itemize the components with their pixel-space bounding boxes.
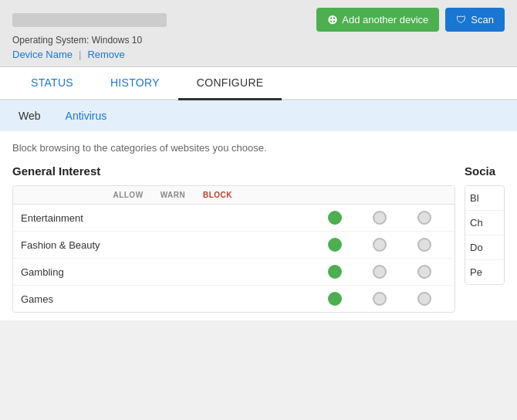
allow-dot-fashion[interactable]: [328, 238, 342, 252]
row-label-entertainment: Entertainment: [21, 212, 313, 224]
warn-dot-entertainment[interactable]: [373, 211, 387, 225]
add-device-button[interactable]: ⊕ Add another device: [316, 8, 439, 32]
general-interest-section: General Interest ALLOW WARN BLOCK Entert…: [12, 164, 455, 313]
warn-radio-games[interactable]: [357, 292, 402, 306]
block-dot-entertainment[interactable]: [417, 211, 431, 225]
allow-radio-fashion[interactable]: [313, 238, 357, 252]
header-section: ⊕ Add another device 🛡 Scan Operating Sy…: [0, 0, 517, 67]
table-row: Fashion & Beauty: [13, 232, 454, 259]
radio-group-games: [313, 292, 447, 306]
allow-dot-entertainment[interactable]: [328, 211, 342, 225]
block-dot-games[interactable]: [417, 292, 431, 306]
warn-dot-games[interactable]: [373, 292, 387, 306]
block-dot-gambling[interactable]: [417, 265, 431, 279]
link-separator: |: [79, 49, 81, 60]
os-info: Operating System: Windows 10: [12, 35, 505, 46]
warn-radio-gambling[interactable]: [357, 265, 402, 279]
device-name-link[interactable]: Device Name: [12, 49, 73, 60]
table-row: Gambling: [13, 259, 454, 286]
sub-tab-antivirus[interactable]: Antivirus: [59, 107, 113, 125]
table-row: Games: [13, 286, 454, 312]
header-buttons: ⊕ Add another device 🛡 Scan: [316, 8, 505, 32]
table-row: Entertainment: [13, 205, 454, 232]
table-header-row: ALLOW WARN BLOCK: [13, 186, 454, 205]
scan-button[interactable]: 🛡 Scan: [445, 8, 505, 32]
warn-dot-gambling[interactable]: [373, 265, 387, 279]
col-warn: WARN: [150, 191, 195, 199]
radio-group-fashion: [313, 238, 447, 252]
allow-radio-gambling[interactable]: [313, 265, 357, 279]
block-radio-games[interactable]: [402, 292, 447, 306]
plus-circle-icon: ⊕: [327, 12, 337, 27]
social-partial-table: Bl Ch Do Pe: [465, 185, 505, 285]
general-interest-title: General Interest: [12, 164, 455, 178]
list-item: Do: [465, 235, 504, 260]
warn-radio-fashion[interactable]: [357, 238, 402, 252]
sub-tab-web[interactable]: Web: [12, 107, 47, 125]
social-title: Socia: [465, 164, 505, 178]
device-name-display: [12, 13, 167, 27]
allow-dot-gambling[interactable]: [328, 265, 342, 279]
allow-radio-entertainment[interactable]: [313, 211, 357, 225]
col-block: BLOCK: [195, 191, 240, 199]
allow-dot-games[interactable]: [328, 292, 342, 306]
radio-group-gambling: [313, 265, 447, 279]
block-radio-entertainment[interactable]: [402, 211, 447, 225]
radio-group-entertainment: [313, 211, 447, 225]
tabs-bar: STATUS HISTORY CONFIGURE: [0, 67, 517, 100]
content-area: Block browsing to the categories of webs…: [0, 131, 517, 320]
tab-history[interactable]: HISTORY: [92, 67, 178, 100]
shield-icon: 🛡: [456, 14, 466, 25]
os-label: Operating System: Windows 10: [12, 35, 142, 46]
tab-configure[interactable]: CONFIGURE: [178, 67, 282, 100]
device-title-bar: ⊕ Add another device 🛡 Scan: [12, 8, 505, 32]
row-label-gambling: Gambling: [21, 266, 313, 278]
block-dot-fashion[interactable]: [417, 238, 431, 252]
col-allow: ALLOW: [106, 191, 150, 199]
general-interest-table: ALLOW WARN BLOCK Entertainment: [12, 185, 455, 313]
warn-radio-entertainment[interactable]: [357, 211, 402, 225]
scan-label: Scan: [471, 14, 494, 25]
tab-status[interactable]: STATUS: [12, 67, 92, 100]
social-partial-section: Socia Bl Ch Do Pe: [455, 164, 505, 313]
categories-layout: General Interest ALLOW WARN BLOCK Entert…: [12, 164, 505, 313]
row-label-games: Games: [21, 293, 313, 305]
block-radio-fashion[interactable]: [402, 238, 447, 252]
list-item: Bl: [465, 186, 504, 211]
row-label-fashion: Fashion & Beauty: [21, 239, 313, 251]
allow-radio-games[interactable]: [313, 292, 357, 306]
add-device-label: Add another device: [342, 14, 428, 25]
list-item: Pe: [465, 260, 504, 284]
warn-dot-fashion[interactable]: [373, 238, 387, 252]
description-text: Block browsing to the categories of webs…: [12, 142, 505, 154]
block-radio-gambling[interactable]: [402, 265, 447, 279]
sub-tabs-bar: Web Antivirus: [0, 100, 517, 131]
remove-link[interactable]: Remove: [87, 49, 124, 60]
device-links: Device Name | Remove: [12, 49, 505, 60]
list-item: Ch: [465, 211, 504, 235]
